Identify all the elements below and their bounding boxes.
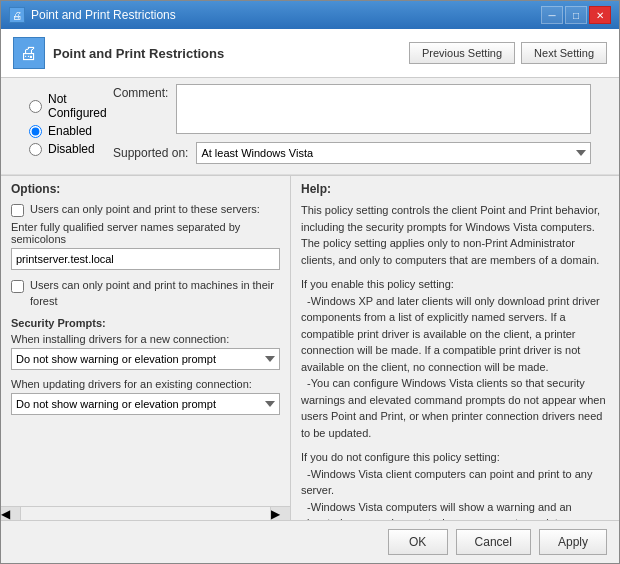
scroll-track [21, 507, 270, 520]
close-button[interactable]: ✕ [589, 6, 611, 24]
supported-label: Supported on: [113, 146, 188, 160]
not-configured-label: Not Configured [48, 92, 107, 120]
help-para-3: If you do not configure this policy sett… [301, 449, 609, 520]
comment-label: Comment: [113, 84, 168, 100]
header-section: 🖨 Point and Print Restrictions Previous … [1, 29, 619, 78]
supported-select[interactable]: At least Windows Vista [196, 142, 591, 164]
policy-title: Point and Print Restrictions [53, 46, 224, 61]
not-configured-row: Not Configured [29, 92, 97, 120]
right-column: Comment: Supported on: At least Windows … [113, 84, 607, 170]
options-panel: Options: Users can only point and print … [1, 176, 291, 520]
apply-button[interactable]: Apply [539, 529, 607, 555]
update-drivers-label: When updating drivers for an existing co… [11, 378, 280, 390]
help-para-2: If you enable this policy setting: -Wind… [301, 276, 609, 441]
content-area: 🖨 Point and Print Restrictions Previous … [1, 29, 619, 563]
radio-column: Not Configured Enabled Disabled [13, 84, 113, 170]
ok-button[interactable]: OK [388, 529, 448, 555]
server-input[interactable] [11, 248, 280, 270]
cancel-button[interactable]: Cancel [456, 529, 531, 555]
policy-icon: 🖨 [13, 37, 45, 69]
update-drivers-dropdown[interactable]: Do not show warning or elevation prompt … [11, 393, 280, 415]
servers-checkbox[interactable] [11, 204, 24, 217]
title-bar-left: 🖨 Point and Print Restrictions [9, 7, 176, 23]
main-panels: Options: Users can only point and print … [1, 175, 619, 520]
header-left: 🖨 Point and Print Restrictions [13, 37, 224, 69]
install-drivers-dropdown[interactable]: Do not show warning or elevation prompt … [11, 348, 280, 370]
security-prompts-heading: Security Prompts: [11, 317, 280, 329]
forest-checkbox[interactable] [11, 280, 24, 293]
enabled-row: Enabled [29, 124, 97, 138]
servers-checkbox-label: Users can only point and print to these … [30, 202, 260, 217]
install-drivers-label: When installing drivers for a new connec… [11, 333, 280, 345]
disabled-row: Disabled [29, 142, 97, 156]
upper-section: Not Configured Enabled Disabled Comment: [1, 78, 619, 175]
title-bar: 🖨 Point and Print Restrictions ─ □ ✕ [1, 1, 619, 29]
header-buttons: Previous Setting Next Setting [409, 42, 607, 64]
disabled-label: Disabled [48, 142, 95, 156]
title-buttons: ─ □ ✕ [541, 6, 611, 24]
minimize-button[interactable]: ─ [541, 6, 563, 24]
options-inner: Users can only point and print to these … [1, 198, 290, 506]
maximize-button[interactable]: □ [565, 6, 587, 24]
options-label: Options: [1, 176, 290, 198]
scroll-right-btn[interactable]: ▶ [270, 507, 290, 521]
radio-section: Not Configured Enabled Disabled [13, 84, 113, 164]
window-title: Point and Print Restrictions [31, 8, 176, 22]
horizontal-scrollbar[interactable]: ◀ ▶ [1, 506, 290, 520]
comment-input[interactable] [176, 84, 591, 134]
checkbox1-row: Users can only point and print to these … [11, 202, 280, 217]
main-window: 🖨 Point and Print Restrictions ─ □ ✕ 🖨 P… [0, 0, 620, 564]
enabled-label: Enabled [48, 124, 92, 138]
not-configured-radio[interactable] [29, 100, 42, 113]
next-setting-button[interactable]: Next Setting [521, 42, 607, 64]
checkbox2-row: Users can only point and print to machin… [11, 278, 280, 309]
help-para-1: This policy setting controls the client … [301, 202, 609, 268]
prev-setting-button[interactable]: Previous Setting [409, 42, 515, 64]
help-label: Help: [291, 176, 619, 198]
server-helper-text: Enter fully qualified server names separ… [11, 221, 280, 245]
scroll-left-btn[interactable]: ◀ [1, 507, 21, 521]
enabled-radio[interactable] [29, 125, 42, 138]
help-inner[interactable]: This policy setting controls the client … [291, 198, 619, 520]
supported-section: Supported on: At least Windows Vista [113, 140, 607, 170]
window-icon: 🖨 [9, 7, 25, 23]
help-panel: Help: This policy setting controls the c… [291, 176, 619, 520]
forest-checkbox-label: Users can only point and print to machin… [30, 278, 280, 309]
disabled-radio[interactable] [29, 143, 42, 156]
bottom-bar: OK Cancel Apply [1, 520, 619, 563]
comment-section: Comment: [113, 84, 607, 140]
